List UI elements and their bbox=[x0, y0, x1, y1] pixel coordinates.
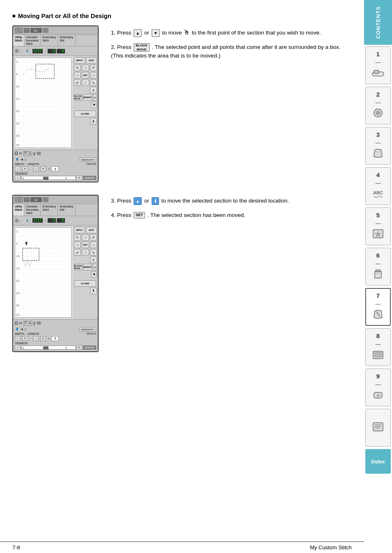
arrow-right-1[interactable]: → bbox=[90, 72, 97, 78]
close-btn-1[interactable]: CLOSE bbox=[74, 111, 96, 117]
input-btn-1[interactable]: INPUT bbox=[74, 57, 85, 64]
sidebar-item-ch9[interactable]: 9 — 9! bbox=[365, 369, 391, 406]
sewing-btn-2[interactable]: SEWING bbox=[83, 346, 96, 350]
sidebar-item-ch10[interactable] bbox=[365, 409, 391, 447]
length-minus-2[interactable]: − bbox=[33, 336, 39, 341]
tension-minus-1[interactable]: − bbox=[15, 175, 21, 180]
step3-down-arrow-btn[interactable]: ⬇ bbox=[152, 197, 159, 205]
machine-tab-embroidery-1[interactable]: EmbroideryStitch bbox=[41, 35, 58, 46]
step2-block-move-btn[interactable]: BLOCKMOVE bbox=[134, 43, 149, 52]
step1-down-arrow-btn[interactable]: ▼ bbox=[152, 29, 160, 37]
arrow-upright-1[interactable]: ↗ bbox=[90, 65, 97, 71]
width-minus-2[interactable]: − bbox=[15, 336, 21, 341]
length-minus-1[interactable]: − bbox=[33, 166, 39, 171]
machine-canvas-area-1: 0 5 10 15 20 25 30 35 bbox=[13, 56, 98, 150]
sidebar-item-ch5[interactable]: 5 — bbox=[365, 207, 391, 245]
length-plus-2[interactable]: + bbox=[40, 336, 46, 341]
ch4-num: 4 bbox=[376, 171, 380, 178]
machine-tab-char-stitch-1[interactable]: CharacterDecorativeStitch bbox=[24, 35, 41, 46]
arrow-upright-2[interactable]: ↗ bbox=[90, 234, 97, 241]
machine-icon-counter: 42↕ bbox=[30, 28, 42, 33]
ch7-dash: — bbox=[376, 301, 381, 307]
step3-up-arrow-btn[interactable]: ▲ bbox=[134, 197, 142, 205]
arrow-right-2[interactable]: → bbox=[90, 242, 97, 248]
insert-btn-2[interactable]: INSERT bbox=[83, 264, 92, 270]
tension-track-2: 0 9 bbox=[21, 346, 76, 350]
arrow-downright-2[interactable]: ↘ bbox=[90, 249, 97, 256]
step1-up-arrow-btn[interactable]: ▲ bbox=[134, 29, 142, 37]
memory-btn-2[interactable]: ⊞MEMORY bbox=[80, 327, 96, 332]
ch9-icon: 9! bbox=[371, 389, 385, 403]
buttons-panel-2: INPUT EDIT ↖ ↑ ↗ ← SET → bbox=[73, 226, 98, 319]
step1-or: or bbox=[144, 30, 149, 36]
insert-btn-1[interactable]: INSERT bbox=[83, 94, 92, 101]
sidebar-item-ch2[interactable]: 2 — bbox=[365, 87, 391, 124]
sidebar-item-ch1[interactable]: 1 — bbox=[365, 46, 391, 84]
point-up3-btn-2[interactable]: ▲ bbox=[93, 264, 97, 270]
arrow-down-btn2-2[interactable]: ▼ bbox=[91, 271, 97, 278]
set-btn-2[interactable]: SET bbox=[82, 242, 89, 248]
step3-or: or bbox=[144, 198, 149, 204]
spacer-7 bbox=[74, 271, 90, 278]
point-up-btn-1[interactable]: ▲ bbox=[90, 87, 97, 93]
sewing-btn-1[interactable]: SEWING bbox=[83, 176, 96, 180]
sidebar-tab-index[interactable]: Index bbox=[365, 449, 391, 474]
machine-tab-char-stitch-2[interactable]: CharacterDecorativeStitch bbox=[24, 204, 41, 215]
sidebar-tab-contents[interactable]: CONTENTS bbox=[364, 0, 392, 45]
arrow-upleft-2[interactable]: ↖ bbox=[74, 234, 81, 241]
block-move-btn-2[interactable]: BLOCKMOVE bbox=[74, 264, 82, 270]
arrow-left-1[interactable]: ← bbox=[74, 72, 81, 78]
arrow-down-btn-2[interactable]: ↓ bbox=[82, 249, 89, 256]
arrow-upleft-1[interactable]: ↖ bbox=[74, 65, 81, 71]
step4-set-btn[interactable]: SET bbox=[134, 212, 145, 219]
block-move-btn-1[interactable]: BLOCKMOVE bbox=[74, 94, 82, 101]
sidebar-item-ch3[interactable]: 3 — bbox=[365, 127, 391, 165]
arrow-down-1[interactable]: ↓ bbox=[82, 79, 89, 86]
arrow-left-2[interactable]: ← bbox=[74, 242, 81, 248]
main-content: Moving Part or All of the Design ? bbox=[0, 0, 364, 553]
edit-btn-2[interactable]: EDIT bbox=[86, 227, 97, 233]
arrow-up-1[interactable]: ↑ bbox=[82, 65, 89, 71]
tension-minus-2[interactable]: − bbox=[15, 345, 21, 350]
tension-plus-2[interactable]: + bbox=[76, 345, 82, 350]
machine-tab-utility-stitch-1[interactable]: UtilityStitch bbox=[13, 35, 24, 46]
length-plus-1[interactable]: + bbox=[40, 166, 46, 171]
close-row-1: CLOSE bbox=[74, 111, 97, 117]
tension-plus-1[interactable]: + bbox=[76, 175, 82, 180]
width-minus-1[interactable]: − bbox=[15, 166, 21, 171]
point-up-btn-2[interactable]: ▲ bbox=[90, 256, 97, 263]
arrow-downleft-2[interactable]: ↙ bbox=[74, 249, 81, 256]
machine-tab-utility-stitch-2[interactable]: UtilityStitch bbox=[13, 204, 24, 215]
sidebar-item-ch8[interactable]: 8 — bbox=[365, 328, 391, 366]
sidebar-item-ch4[interactable]: 4 — ABC bbox=[365, 167, 391, 205]
symbol-15: ◂ bbox=[21, 327, 23, 332]
machine-tab-embroidery-2[interactable]: EmbroideryStitch bbox=[41, 204, 58, 215]
input-btn-2[interactable]: INPUT bbox=[74, 227, 85, 233]
point-up2-btn-1[interactable]: ▲ bbox=[93, 94, 97, 101]
symbol-3: ि it bbox=[23, 151, 32, 156]
sidebar-item-ch6[interactable]: 6 — bbox=[365, 248, 391, 286]
tension-val-1: 0 bbox=[23, 177, 24, 180]
memory-btn-1[interactable]: ⊞MEMORY bbox=[80, 157, 96, 162]
arrow-down-final-2[interactable]: ⬇ bbox=[90, 288, 97, 294]
svg-rect-43 bbox=[15, 228, 71, 317]
arrow-down2-1[interactable]: ▼ bbox=[91, 101, 97, 108]
arrow-downleft-1[interactable]: ↙ bbox=[74, 79, 81, 86]
width-plus-2[interactable]: + bbox=[22, 336, 28, 341]
set-btn-1[interactable]: SET bbox=[82, 72, 89, 78]
machine-tab-edit-1[interactable]: EmbroideryEdit bbox=[58, 35, 75, 46]
machine-tab-edit-2[interactable]: EmbroideryEdit bbox=[58, 204, 75, 215]
spacer-3 bbox=[74, 101, 90, 108]
width-plus-1[interactable]: + bbox=[22, 166, 28, 171]
edit-btn-1[interactable]: EDIT bbox=[86, 57, 97, 64]
close-btn-2[interactable]: CLOSE bbox=[74, 280, 96, 287]
machine-controls-row-1: ↕ 🧵 1/17 — 0 0 bbox=[13, 46, 98, 56]
arrow-down3-1[interactable]: ⬇ bbox=[90, 118, 97, 124]
sidebar-item-ch7[interactable]: 7 — bbox=[365, 288, 391, 326]
ch1-num: 1 bbox=[376, 51, 380, 58]
arrow-downright-1[interactable]: ↘ bbox=[90, 79, 97, 86]
arrow-up-2[interactable]: ↑ bbox=[82, 234, 89, 241]
svg-rect-10 bbox=[375, 272, 381, 278]
left-machine-1: ? 42↕ UtilityStitch CharacterDecorativeS… bbox=[12, 25, 103, 191]
arrow-row3-2: ↙ ↓ ↘ bbox=[74, 249, 97, 256]
